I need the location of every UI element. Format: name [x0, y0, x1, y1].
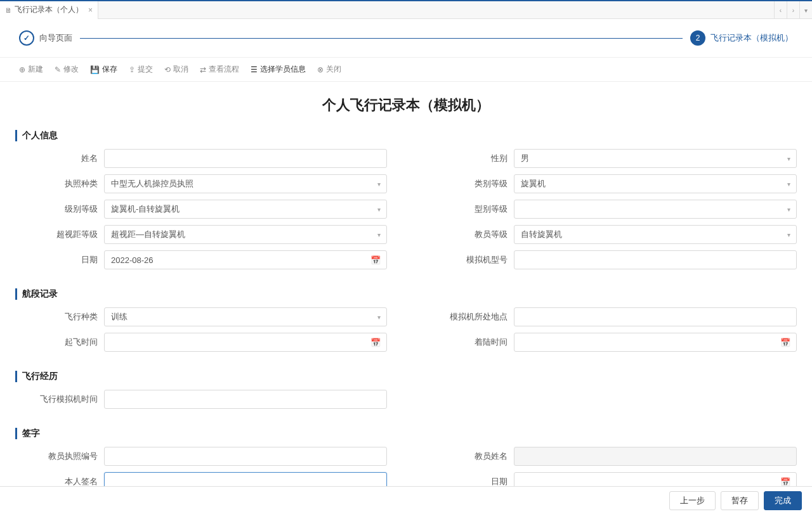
input-sim-hours[interactable]: [104, 390, 387, 409]
tab-menu-button[interactable]: ▾: [799, 1, 812, 19]
list-icon: ☰: [251, 65, 258, 74]
document-icon: 🗎: [5, 6, 12, 14]
select-class-level[interactable]: 旋翼机-自转旋翼机: [104, 200, 387, 219]
footer-bar: 上一步 暂存 完成: [0, 486, 812, 514]
input-date[interactable]: [104, 250, 387, 269]
label-gender: 性别: [425, 153, 514, 164]
label-name: 姓名: [15, 153, 104, 164]
select-license-type[interactable]: 中型无人机操控员执照: [104, 174, 387, 193]
step-2-label: 飞行记录本（模拟机）: [710, 32, 793, 44]
tab-prev-button[interactable]: ‹: [774, 1, 787, 19]
label-landing-time: 着陆时间: [425, 337, 514, 348]
toolbar-cancel[interactable]: ⟲取消: [164, 64, 188, 75]
save-draft-button[interactable]: 暂存: [721, 491, 759, 510]
label-instructor-license-no: 教员执照编号: [15, 451, 104, 462]
page-title: 个人飞行记录本（模拟机）: [0, 82, 812, 126]
input-landing-time[interactable]: [514, 333, 797, 352]
toolbar: ⊕新建 ✎修改 💾保存 ⇪提交 ⟲取消 ⇄查看流程 ☰选择学员信息 ⊗关闭: [0, 57, 812, 82]
label-sim-model: 模拟机型号: [425, 254, 514, 266]
label-category-level: 类别等级: [425, 178, 514, 190]
label-type-level: 型别等级: [425, 203, 514, 215]
input-takeoff-time[interactable]: [104, 333, 387, 352]
input-name[interactable]: [104, 149, 387, 168]
step-current-icon: 2: [690, 30, 705, 46]
section-personal: 个人信息 姓名 性别 男▾ 执照种类 中型无人机操控员执照▾ 类别等级 旋翼机▾…: [0, 130, 812, 285]
save-icon: 💾: [90, 65, 100, 74]
plus-icon: ⊕: [19, 65, 25, 74]
toolbar-submit[interactable]: ⇪提交: [129, 64, 153, 75]
wizard-step-1[interactable]: 向导页面: [19, 30, 72, 46]
prev-button[interactable]: 上一步: [669, 491, 716, 510]
step-done-icon: [19, 30, 34, 46]
tab-active[interactable]: 🗎 飞行记录本（个人） ×: [0, 1, 98, 19]
toolbar-close[interactable]: ⊗关闭: [317, 64, 341, 75]
input-sim-location[interactable]: [514, 307, 797, 326]
select-instructor-level[interactable]: 自转旋翼机: [514, 225, 797, 244]
tab-title: 飞行记录本（个人）: [15, 4, 83, 15]
select-flight-type[interactable]: 训练: [104, 307, 387, 326]
label-sim-hours: 飞行模拟机时间: [15, 394, 104, 405]
toolbar-select-student[interactable]: ☰选择学员信息: [251, 64, 306, 75]
wizard-connector: [80, 38, 683, 39]
section-personal-header: 个人信息: [15, 130, 797, 141]
tab-nav: ‹ › ▾: [774, 1, 812, 19]
label-takeoff-time: 起飞时间: [15, 337, 104, 348]
section-experience: 飞行经历 飞行模拟机时间: [0, 371, 812, 424]
tab-close-icon[interactable]: ×: [88, 6, 93, 15]
toolbar-new[interactable]: ⊕新建: [19, 64, 43, 75]
input-instructor-license-no[interactable]: [104, 447, 387, 466]
wizard-step-2[interactable]: 2 飞行记录本（模拟机）: [690, 30, 793, 46]
section-segment-header: 航段记录: [15, 288, 797, 300]
select-type-level[interactable]: [514, 200, 797, 219]
label-date: 日期: [15, 254, 104, 266]
workflow-icon: ⇄: [200, 65, 206, 74]
label-license-type: 执照种类: [15, 178, 104, 190]
toolbar-save[interactable]: 💾保存: [90, 64, 117, 75]
edit-icon: ✎: [55, 65, 61, 74]
submit-icon: ⇪: [129, 65, 135, 74]
wizard-steps: 向导页面 2 飞行记录本（模拟机）: [0, 19, 812, 57]
tab-next-button[interactable]: ›: [787, 1, 799, 19]
label-class-level: 级别等级: [15, 203, 104, 215]
step-1-label: 向导页面: [39, 32, 72, 44]
tab-bar: 🗎 飞行记录本（个人） × ‹ › ▾: [0, 0, 812, 19]
toolbar-workflow[interactable]: ⇄查看流程: [200, 64, 239, 75]
select-bvlos-level[interactable]: 超视距—自转旋翼机: [104, 225, 387, 244]
cancel-icon: ⟲: [164, 65, 171, 74]
label-instructor-level: 教员等级: [425, 229, 514, 240]
label-sim-location: 模拟机所处地点: [425, 311, 514, 323]
close-icon: ⊗: [317, 65, 324, 74]
finish-button[interactable]: 完成: [764, 491, 802, 510]
section-signature-header: 签字: [15, 428, 797, 439]
section-experience-header: 飞行经历: [15, 371, 797, 382]
label-flight-type: 飞行种类: [15, 311, 104, 323]
section-segment: 航段记录 飞行种类 训练▾ 模拟机所处地点 起飞时间 📅 着陆时间 📅: [0, 288, 812, 367]
select-category-level[interactable]: 旋翼机: [514, 174, 797, 193]
label-bvlos-level: 超视距等级: [15, 229, 104, 240]
input-sim-model[interactable]: [514, 250, 797, 269]
label-instructor-name: 教员姓名: [425, 451, 514, 462]
select-gender[interactable]: 男: [514, 149, 797, 168]
toolbar-modify[interactable]: ✎修改: [55, 64, 79, 75]
input-instructor-name[interactable]: [514, 447, 797, 466]
